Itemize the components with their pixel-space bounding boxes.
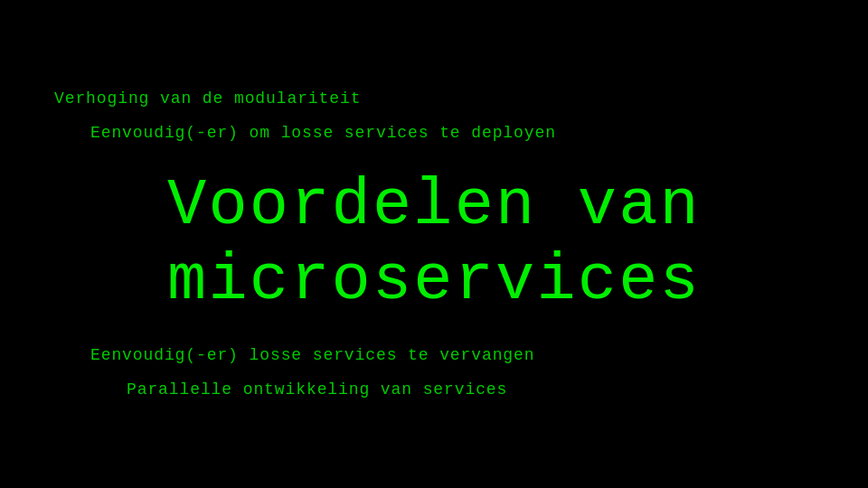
- bullet-ontwikkeling: Parallelle ontwikkeling van services: [54, 380, 814, 399]
- bullet-deployen: Eenvoudig(-er) om losse services te depl…: [54, 124, 814, 142]
- title-line1: Voordelen van: [54, 169, 814, 244]
- main-title: Voordelen van microservices: [54, 169, 814, 319]
- title-line2: microservices: [54, 244, 814, 319]
- slide: Verhoging van de modulariteit Eenvoudig(…: [0, 0, 868, 488]
- bullet-modulariteit: Verhoging van de modulariteit: [54, 89, 814, 108]
- bullet-vervangen: Eenvoudig(-er) losse services te vervang…: [54, 346, 814, 364]
